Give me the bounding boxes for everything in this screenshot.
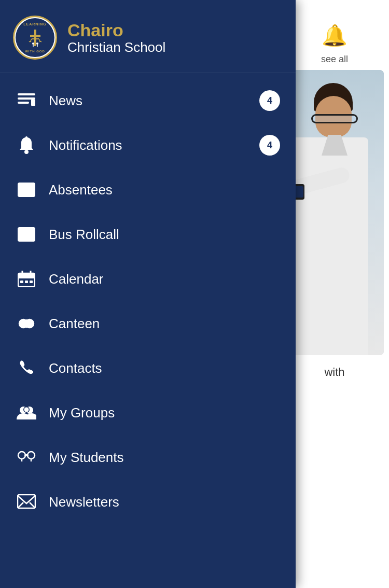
content-text: with (319, 366, 350, 379)
svg-point-31 (24, 408, 29, 412)
sidebar-item-calendar[interactable]: Calendar (0, 257, 296, 301)
school-name-line1: Chairo (67, 21, 165, 40)
svg-line-40 (30, 502, 35, 508)
svg-point-32 (18, 452, 25, 459)
sidebar-item-absentees[interactable]: Absentees (0, 167, 296, 212)
school-name: Chairo Christian School (67, 21, 165, 55)
svg-rect-10 (18, 97, 35, 100)
newsletters-label: Newsletters (49, 494, 280, 510)
absentees-label: Absentees (49, 182, 280, 198)
svg-rect-23 (30, 281, 33, 283)
see-all-link[interactable]: see all (321, 54, 348, 65)
svg-point-13 (24, 150, 29, 154)
menu-list: News 4 Notifications 4 Absentees (0, 73, 296, 588)
contacts-label: Contacts (49, 360, 280, 376)
svg-point-33 (27, 452, 35, 459)
absentees-icon (16, 179, 37, 201)
svg-point-5 (32, 43, 34, 45)
sidebar-item-bus-rollcall[interactable]: Bus Rollcall (0, 212, 296, 257)
my-students-icon (16, 446, 37, 468)
notifications-badge: 4 (259, 135, 280, 156)
svg-rect-12 (31, 100, 35, 106)
my-groups-label: My Groups (49, 405, 280, 421)
logo-text-bottom: WITH GOD (25, 50, 45, 53)
bus-rollcall-label: Bus Rollcall (49, 227, 280, 243)
canteen-label: Canteen (49, 316, 280, 332)
svg-rect-21 (20, 281, 23, 283)
svg-rect-35 (24, 454, 29, 456)
sidebar-item-contacts[interactable]: Contacts (0, 346, 296, 390)
my-groups-icon (16, 402, 37, 424)
svg-rect-18 (18, 275, 35, 278)
svg-line-39 (18, 502, 23, 508)
cross-icon (27, 29, 43, 47)
sidebar-item-canteen[interactable]: Canteen (0, 301, 296, 346)
svg-point-6 (36, 43, 38, 45)
news-badge: 4 (259, 90, 280, 111)
newsletters-icon (16, 491, 37, 513)
svg-rect-11 (18, 102, 29, 104)
news-icon (16, 90, 37, 111)
svg-rect-9 (18, 93, 35, 95)
news-label: News (49, 93, 259, 109)
sidebar-header: LEARNING WITH GOD (0, 0, 296, 73)
logo-text-top: LEARNING (23, 22, 47, 26)
sidebar-item-news[interactable]: News 4 (0, 78, 296, 123)
notifications-icon (16, 134, 37, 156)
sidebar-item-newsletters[interactable]: Newsletters (0, 480, 296, 524)
canteen-icon (16, 313, 37, 334)
school-logo: LEARNING WITH GOD (13, 16, 57, 60)
bell-icon[interactable]: 🔔 (322, 23, 348, 48)
contacts-icon (16, 357, 37, 379)
sidebar: LEARNING WITH GOD (0, 0, 296, 588)
student-image (285, 70, 384, 355)
sidebar-item-my-groups[interactable]: My Groups (0, 390, 296, 435)
sidebar-item-my-students[interactable]: My Students (0, 435, 296, 480)
svg-rect-22 (25, 281, 28, 283)
right-panel: 🔔 see all with (280, 0, 389, 588)
bus-rollcall-icon (16, 223, 37, 245)
calendar-icon (16, 268, 37, 290)
sidebar-item-notifications[interactable]: Notifications 4 (0, 123, 296, 167)
school-name-line2: Christian School (67, 40, 165, 55)
my-students-label: My Students (49, 450, 280, 466)
calendar-label: Calendar (49, 271, 280, 287)
notifications-label: Notifications (49, 137, 259, 153)
